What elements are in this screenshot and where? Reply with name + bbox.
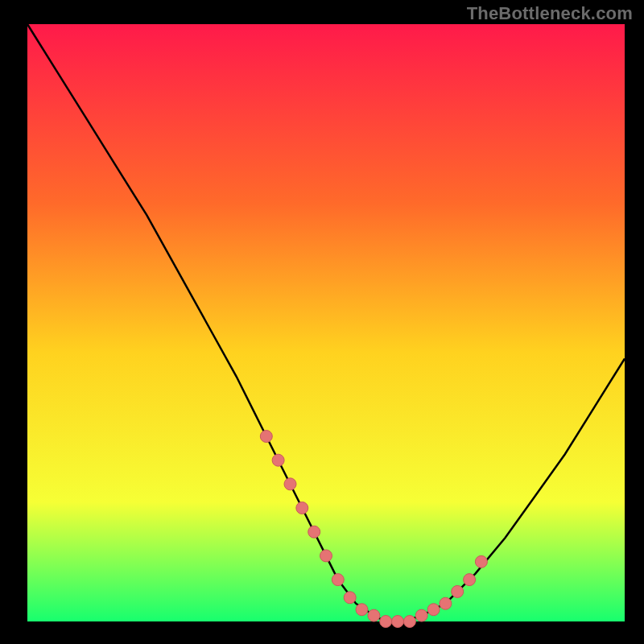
marker-point: [260, 431, 272, 443]
marker-point: [475, 555, 487, 568]
marker-point: [415, 609, 427, 621]
marker-point: [464, 574, 476, 586]
marker-point: [368, 609, 380, 621]
bottleneck-chart: [0, 0, 644, 644]
plot-background: [27, 24, 625, 621]
marker-point: [427, 604, 440, 616]
marker-point: [296, 502, 308, 514]
marker-point: [356, 604, 368, 616]
chart-frame: TheBottleneck.com: [0, 0, 644, 644]
watermark-text: TheBottleneck.com: [467, 3, 633, 24]
marker-point: [403, 616, 415, 628]
marker-point: [308, 526, 320, 538]
marker-point: [380, 616, 392, 628]
marker-point: [344, 592, 356, 604]
marker-point: [272, 454, 284, 466]
marker-point: [332, 574, 344, 586]
marker-point: [392, 616, 404, 628]
marker-point: [284, 478, 296, 490]
marker-point: [320, 550, 332, 562]
marker-point: [440, 597, 452, 609]
marker-point: [452, 585, 464, 597]
